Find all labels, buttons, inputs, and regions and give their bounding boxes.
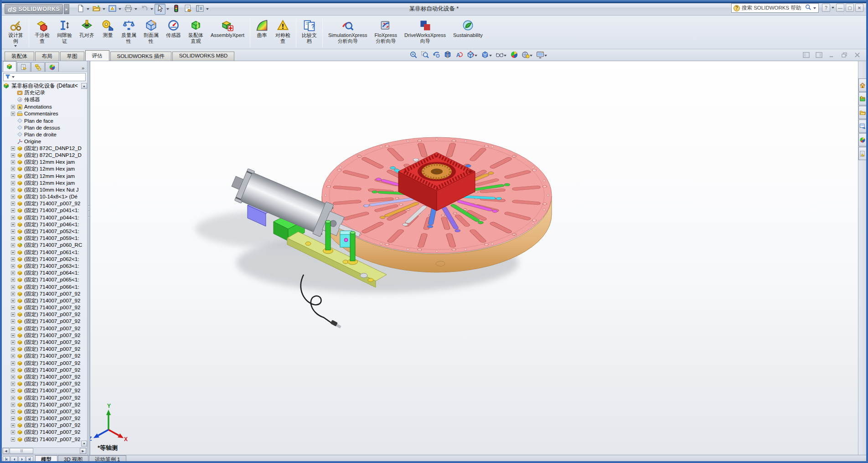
ribbon-button-simxpress[interactable]: SimulationXpress 分析向导 [325, 17, 371, 45]
previous-view-button[interactable] [431, 50, 441, 62]
help-button[interactable]: ? [822, 4, 830, 12]
scroll-track[interactable] [34, 448, 80, 454]
expand-plus-box[interactable] [11, 216, 15, 220]
help-dropdown-arrow[interactable] [832, 7, 834, 10]
tree-item[interactable]: (固定) 714007_p046<1: [2, 221, 87, 228]
tree-item[interactable]: Origine [2, 138, 87, 145]
expand-plus-box[interactable] [11, 257, 15, 261]
tree-item[interactable]: (固定) 714007_p007_92 [2, 394, 87, 401]
print-dropdown-arrow[interactable] [134, 8, 137, 11]
apply-scene-button[interactable] [521, 50, 534, 62]
tree-item[interactable]: (固定) 714007_p064<1: [2, 270, 87, 276]
ribbon-button-sustainability[interactable]: Sustainability [450, 17, 486, 39]
ribbon-button-hole-align[interactable]: 孔对齐 [76, 17, 98, 39]
rebuild-button[interactable] [170, 4, 181, 15]
expand-plus-box[interactable] [11, 223, 15, 227]
make-drawing-button[interactable] [107, 4, 118, 15]
close-button[interactable]: ✕ [855, 4, 863, 12]
bottom-tab-3D 视图[interactable]: 3D 视图 [58, 455, 88, 463]
tree-item[interactable]: Plan de face [2, 117, 87, 124]
new-doc-dropdown-arrow[interactable] [87, 8, 89, 11]
search-icon[interactable] [805, 4, 811, 12]
tree-item[interactable]: (固定) 714007_p007_92 [2, 318, 87, 325]
tree-filter-bar[interactable] [3, 73, 86, 81]
expand-plus-box[interactable] [11, 278, 15, 282]
ribbon-button-symmetry[interactable]: 对称检 查 [272, 17, 294, 45]
tab-草图[interactable]: 草图 [60, 52, 84, 61]
tree-horizontal-scrollbar[interactable]: ◀ ▶ [2, 447, 87, 454]
view-palette-tab[interactable] [858, 120, 867, 133]
expand-plus-box[interactable] [11, 319, 15, 323]
expand-plus-box[interactable] [11, 327, 15, 331]
expand-plus-box[interactable] [11, 195, 15, 199]
options-button[interactable] [194, 4, 205, 15]
tree-item[interactable]: (固定) 714007_p007_92 [2, 387, 87, 394]
tree-item[interactable]: (固定) 10-14x8<1> (Dé [2, 193, 87, 200]
tree-item[interactable]: (固定) 714007_p059<1: [2, 235, 87, 242]
new-doc-button[interactable] [75, 4, 86, 15]
expand-plus-box[interactable] [11, 382, 15, 386]
doc-restore-button[interactable] [840, 51, 849, 59]
tree-item[interactable]: (固定) 714007_p007_92 [2, 401, 87, 408]
displaymanager-tab[interactable] [45, 62, 59, 72]
expand-plus-box[interactable] [11, 236, 15, 240]
bottom-tab-运动算例 1[interactable]: 运动算例 1 [89, 455, 126, 463]
ribbon-button-clearance[interactable]: 间隙验 证 [53, 17, 76, 45]
apply-scene-dropdown-arrow[interactable] [530, 55, 532, 58]
expand-plus-box[interactable] [11, 167, 15, 171]
ribbon-button-interference[interactable]: 干涉检 查 [31, 17, 53, 45]
expand-plus-box[interactable] [11, 112, 15, 116]
ribbon-button-curvature[interactable]: 曲率 [252, 17, 272, 39]
previous-tab-button[interactable] [10, 456, 18, 463]
maximize-button[interactable]: ▢ [846, 4, 854, 12]
expand-plus-box[interactable] [11, 153, 15, 157]
search-dropdown-arrow[interactable] [813, 7, 816, 10]
tree-item[interactable]: (固定) 714007_p007_92 [2, 380, 87, 387]
expand-plus-box[interactable] [11, 264, 15, 268]
expand-plus-box[interactable] [11, 410, 15, 414]
tree-item[interactable]: (固定) 714007_p007_92 [2, 304, 87, 311]
expand-plus-box[interactable] [11, 306, 15, 310]
options-dropdown-arrow[interactable] [206, 8, 209, 11]
tree-item[interactable]: (固定) 714007_p066<1: [2, 283, 87, 290]
open-folder-dropdown-arrow[interactable] [103, 8, 105, 11]
expand-plus-box[interactable] [11, 250, 15, 255]
configurationmanager-tab[interactable] [31, 62, 45, 72]
ribbon-button-compare-docs[interactable]: ?比较文 档 [298, 17, 320, 45]
last-tab-button[interactable] [26, 456, 33, 463]
ribbon-button-measure[interactable]: 测量 [98, 17, 118, 39]
tree-item[interactable]: (固定) 714007_p007_92 [2, 297, 87, 304]
tree-item[interactable]: (固定) 872C_D4NP12_D [2, 145, 87, 152]
ribbon-button-assembly-xpert[interactable]: AssemblyXpert [207, 17, 248, 39]
display-style-button[interactable] [480, 50, 493, 62]
menu-expand-arrow[interactable]: ▸ [64, 4, 69, 14]
tree-item[interactable]: (固定) 714007_p007_92 [2, 346, 87, 353]
tree-item[interactable]: (固定) 714007_p007_92 [2, 429, 87, 436]
tree-item[interactable]: Commentaires [2, 110, 87, 117]
custom-properties-tab[interactable] [858, 147, 867, 160]
tree-item[interactable]: (固定) 714007_p060_RC [2, 242, 87, 249]
tree-scroll-up-arrow[interactable]: ▲ [81, 83, 87, 89]
tree-item[interactable]: (固定) 714007_p052<1: [2, 228, 87, 235]
expand-plus-box[interactable] [11, 361, 15, 365]
expand-plus-box[interactable] [11, 160, 15, 164]
tab-评估[interactable]: 评估 [85, 50, 109, 61]
select-cursor-dropdown-arrow[interactable] [166, 8, 169, 11]
pane-right-toggle-button[interactable] [814, 51, 823, 59]
expand-plus-box[interactable] [11, 430, 15, 434]
tree-item[interactable]: (固定) 714007_p061<1: [2, 249, 87, 256]
tree-item[interactable]: (固定) 714007_p062<1: [2, 256, 87, 263]
tree-item[interactable]: (固定) 714007_p007_92 [2, 353, 87, 359]
expand-plus-box[interactable] [11, 105, 15, 109]
appearances-tab[interactable] [858, 133, 867, 146]
tree-item[interactable]: (固定) 714007_p007_92 [2, 311, 87, 318]
annotation-view-button[interactable]: A [454, 50, 464, 62]
ribbon-button-assembly-vis[interactable]: 装配体 直观 [185, 17, 207, 45]
scroll-thumb[interactable] [10, 448, 33, 454]
print-button[interactable] [123, 4, 134, 15]
tree-item[interactable]: (固定) 872C_D4NP12_D [2, 152, 87, 159]
tab-布局[interactable]: 布局 [35, 52, 59, 61]
expand-plus-box[interactable] [11, 312, 15, 317]
tree-item[interactable]: (固定) 10mm Hex Nut J [2, 187, 87, 193]
tree-item[interactable]: (固定) 714007_p065<1: [2, 276, 87, 283]
